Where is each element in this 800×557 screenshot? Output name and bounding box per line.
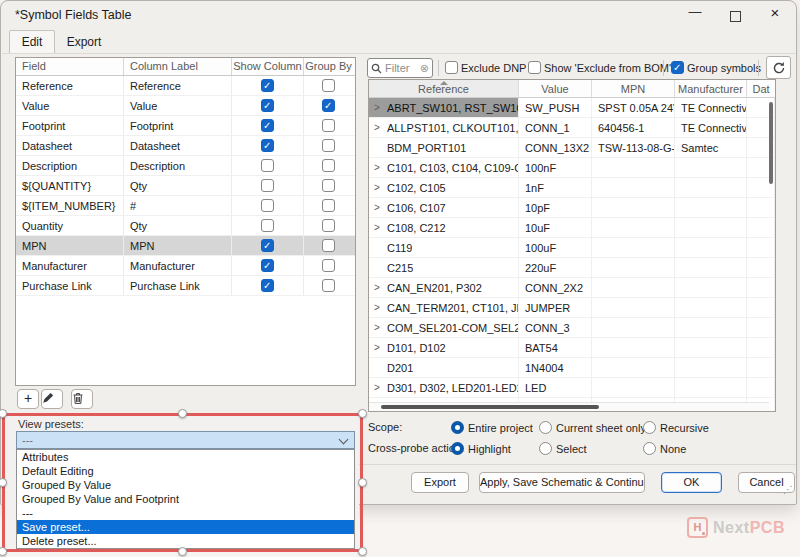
- resize-grip[interactable]: ⋰: [783, 484, 793, 495]
- field-row[interactable]: QuantityQty: [16, 216, 355, 236]
- field-row[interactable]: ReferenceReference: [16, 76, 355, 96]
- preset-option[interactable]: Delete preset...: [17, 534, 354, 548]
- bom-row[interactable]: >ALLPST101, CLKOUT101, GND10CONN_1640456…: [369, 118, 775, 138]
- bom-row[interactable]: D2011N4004: [369, 358, 775, 378]
- column-header[interactable]: Field: [16, 58, 124, 75]
- field-row[interactable]: MPNMPN: [16, 236, 355, 256]
- radio-highlight[interactable]: [451, 442, 464, 455]
- column-header[interactable]: Column Label: [124, 58, 232, 75]
- annotation-handle[interactable]: [178, 409, 187, 418]
- preset-option[interactable]: ---: [17, 506, 354, 520]
- expand-icon[interactable]: >: [369, 182, 387, 193]
- refresh-button[interactable]: [766, 56, 791, 79]
- exclude-dnp-checkbox[interactable]: [445, 61, 458, 74]
- expand-icon[interactable]: >: [369, 222, 387, 233]
- preset-option[interactable]: Grouped By Value and Footprint: [17, 492, 354, 506]
- tab-export[interactable]: Export: [57, 32, 111, 53]
- column-header[interactable]: Value: [519, 80, 592, 97]
- show-column-checkbox[interactable]: [261, 119, 274, 132]
- expand-icon[interactable]: >: [369, 382, 387, 393]
- column-header[interactable]: Reference: [369, 80, 519, 97]
- column-header[interactable]: Group By: [304, 58, 353, 75]
- show-column-checkbox[interactable]: [261, 159, 274, 172]
- clear-filter-icon[interactable]: ⊗: [420, 63, 429, 74]
- bom-row[interactable]: >C102, C1051nF: [369, 178, 775, 198]
- apply-save-continue-button[interactable]: Apply, Save Schematic & Continue: [479, 472, 645, 493]
- scrollbar-thumb[interactable]: [381, 405, 599, 409]
- radio-current-sheet-only[interactable]: [539, 421, 552, 434]
- annotation-handle[interactable]: [358, 478, 367, 487]
- vertical-scrollbar[interactable]: [769, 102, 773, 184]
- bom-row[interactable]: C119100uF: [369, 238, 775, 258]
- field-row[interactable]: DescriptionDescription: [16, 156, 355, 176]
- bom-row[interactable]: C215220uF: [369, 258, 775, 278]
- expand-icon[interactable]: >: [369, 102, 387, 113]
- bom-row[interactable]: >CAN_EN201, P302CONN_2X2: [369, 278, 775, 298]
- field-row[interactable]: ValueValue: [16, 96, 355, 116]
- group-by-checkbox[interactable]: [322, 159, 335, 172]
- group-by-checkbox[interactable]: [322, 79, 335, 92]
- group-by-checkbox[interactable]: [322, 279, 335, 292]
- preset-option[interactable]: Save preset...: [17, 520, 354, 534]
- field-row[interactable]: ${ITEM_NUMBER}#: [16, 196, 355, 216]
- bom-row[interactable]: >C106, C10710pF: [369, 198, 775, 218]
- field-row[interactable]: ${QUANTITY}Qty: [16, 176, 355, 196]
- group-by-checkbox[interactable]: [322, 219, 335, 232]
- preset-option[interactable]: Attributes: [17, 450, 354, 464]
- ok-button[interactable]: OK: [661, 472, 722, 493]
- expand-icon[interactable]: >: [369, 202, 387, 213]
- close-button[interactable]: ×: [766, 4, 784, 22]
- group-by-checkbox[interactable]: [322, 119, 335, 132]
- column-header[interactable]: MPN: [592, 80, 675, 97]
- bom-row[interactable]: BDM_PORT101CONN_13X2TSW-113-08-G-DSamtec: [369, 138, 775, 158]
- group-by-checkbox[interactable]: [322, 99, 335, 112]
- column-header[interactable]: Manufacturer: [675, 80, 747, 97]
- bom-row[interactable]: >CAN_TERM201, CT101, JP201, VDJUMPER: [369, 298, 775, 318]
- show-column-checkbox[interactable]: [261, 199, 274, 212]
- group-by-checkbox[interactable]: [322, 179, 335, 192]
- filter-input[interactable]: Filter ⊗: [367, 58, 433, 78]
- show-column-checkbox[interactable]: [261, 139, 274, 152]
- expand-icon[interactable]: >: [369, 342, 387, 353]
- bom-row[interactable]: >D101, D102BAT54: [369, 338, 775, 358]
- preset-option[interactable]: Default Editing: [17, 464, 354, 478]
- edit-field-button[interactable]: [41, 389, 63, 409]
- minimize-button[interactable]: —: [686, 4, 704, 22]
- export-button[interactable]: Export: [411, 472, 469, 493]
- annotation-handle[interactable]: [358, 409, 367, 418]
- view-presets-dropdown[interactable]: ---: [16, 431, 355, 449]
- show-column-checkbox[interactable]: [261, 219, 274, 232]
- delete-field-button[interactable]: [71, 389, 93, 409]
- show-exclude-from-bom-checkbox[interactable]: [528, 61, 541, 74]
- expand-icon[interactable]: >: [369, 282, 387, 293]
- bom-row[interactable]: >D301, D302, LED201-LED205LED: [369, 378, 775, 398]
- annotation-handle[interactable]: [0, 547, 7, 556]
- show-column-checkbox[interactable]: [261, 259, 274, 272]
- field-row[interactable]: ManufacturerManufacturer: [16, 256, 355, 276]
- column-header[interactable]: Show Column: [232, 58, 304, 75]
- radio-select[interactable]: [539, 442, 552, 455]
- expand-icon[interactable]: >: [369, 162, 387, 173]
- tab-edit[interactable]: Edit: [9, 30, 55, 53]
- group-symbols-checkbox[interactable]: [671, 61, 684, 74]
- radio-recursive[interactable]: [643, 421, 656, 434]
- group-by-checkbox[interactable]: [322, 199, 335, 212]
- radio-entire-project[interactable]: [451, 421, 464, 434]
- group-by-checkbox[interactable]: [322, 259, 335, 272]
- expand-icon[interactable]: >: [369, 302, 387, 313]
- group-by-checkbox[interactable]: [322, 139, 335, 152]
- horizontal-scrollbar[interactable]: [369, 402, 769, 411]
- field-row[interactable]: FootprintFootprint: [16, 116, 355, 136]
- bom-row[interactable]: >ABRT_SW101, RST_SW101, SW2SW_PUSHSPST 0…: [369, 98, 775, 118]
- group-by-checkbox[interactable]: [322, 239, 335, 252]
- bom-row[interactable]: >C108, C21210uF: [369, 218, 775, 238]
- annotation-handle[interactable]: [358, 547, 367, 556]
- radio-none[interactable]: [643, 442, 656, 455]
- show-column-checkbox[interactable]: [261, 239, 274, 252]
- show-column-checkbox[interactable]: [261, 99, 274, 112]
- field-row[interactable]: DatasheetDatasheet: [16, 136, 355, 156]
- maximize-button[interactable]: [730, 11, 741, 22]
- expand-icon[interactable]: >: [369, 322, 387, 333]
- annotation-handle[interactable]: [178, 547, 187, 556]
- bom-row[interactable]: >C101, C103, C104, C109-C118, C1100nF: [369, 158, 775, 178]
